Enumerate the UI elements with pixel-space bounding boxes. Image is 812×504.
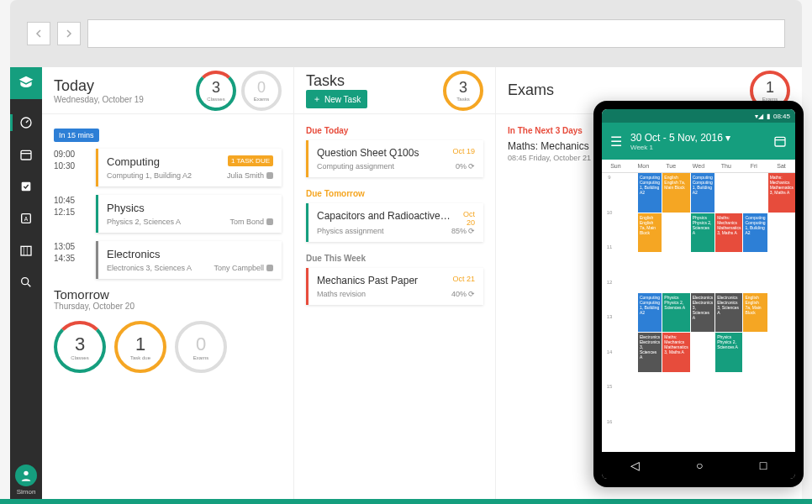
class-time: 09:0010:30 bbox=[54, 149, 87, 186]
calendar-event[interactable]: Maths: Mechanics Mathematics 3, Maths A bbox=[715, 213, 742, 253]
day-header-cell: Sat bbox=[767, 163, 795, 169]
svg-rect-12 bbox=[775, 137, 785, 146]
calendar-event[interactable]: English English 7a, Main Block bbox=[662, 173, 689, 213]
calendar-cell: Maths: Mechanics Mathematics 3, Maths A bbox=[715, 213, 742, 253]
new-task-button[interactable]: ＋ New Task bbox=[306, 90, 367, 108]
svg-point-9 bbox=[22, 278, 29, 285]
calendar-grid[interactable]: Computing Computing 1, Building A2Englis… bbox=[617, 173, 795, 452]
calendar-cell bbox=[662, 253, 689, 292]
week-range[interactable]: 30 Oct - 5 Nov, 2016 bbox=[630, 132, 723, 144]
class-card[interactable]: Electronics Electronics 3, Sciences A To… bbox=[96, 241, 282, 279]
class-row[interactable]: 10:4512:15 Physics Physics 2, Sciences A… bbox=[54, 195, 282, 233]
tomorrow-date: Thursday, October 20 bbox=[54, 302, 282, 311]
task-card[interactable]: Mechanics Past Paper Oct 21 Maths revisi… bbox=[306, 268, 483, 305]
calendar-event[interactable]: English English 7a, Main Block bbox=[638, 213, 662, 253]
task-card[interactable]: Question Sheet Q100s Oct 19 Computing as… bbox=[306, 140, 483, 177]
calendar-event[interactable]: Computing Computing 1, Building A2 bbox=[638, 293, 662, 333]
android-home-icon[interactable]: ○ bbox=[696, 459, 703, 472]
teacher-icon bbox=[266, 218, 273, 225]
svg-rect-3 bbox=[22, 182, 31, 192]
calendar-event[interactable]: Physics Physics 2, Sciences A bbox=[662, 293, 689, 333]
calendar-event[interactable]: Physics Physics 2, Sciences A bbox=[691, 213, 714, 253]
sidebar-dashboard-icon[interactable] bbox=[18, 114, 34, 131]
calendar-cell bbox=[691, 412, 714, 452]
calendar-cell: English English 7a, Main Block bbox=[743, 293, 767, 333]
plus-icon: ＋ bbox=[313, 93, 321, 105]
sidebar-schedule-icon[interactable] bbox=[18, 242, 34, 259]
calendar-cell bbox=[715, 173, 742, 213]
app-logo bbox=[10, 67, 42, 99]
nav-forward-button[interactable] bbox=[57, 22, 81, 45]
day-header-cell: Sun bbox=[602, 163, 630, 169]
android-back-icon[interactable]: ◁ bbox=[630, 459, 640, 472]
hour-label: 10 bbox=[602, 208, 617, 244]
calendar-cell bbox=[617, 412, 637, 452]
user-avatar[interactable]: Simon bbox=[15, 465, 37, 496]
calendar-icon[interactable] bbox=[773, 134, 787, 148]
calendar-cell bbox=[743, 253, 767, 292]
calendar-event[interactable]: English English 7a, Main Block bbox=[743, 293, 767, 333]
today-date: Wednesday, October 19 bbox=[54, 95, 144, 104]
class-card[interactable]: Physics Physics 2, Sciences A Tom Bond bbox=[96, 195, 282, 233]
task-due-badge: 1 TASK DUE bbox=[228, 155, 273, 166]
calendar-cell bbox=[617, 293, 637, 333]
hour-label: 9 bbox=[602, 173, 617, 208]
task-pct: 85% bbox=[451, 227, 467, 235]
class-row[interactable]: 09:0010:30 1 TASK DUE Computing Computin… bbox=[54, 149, 282, 186]
hour-label: 14 bbox=[602, 348, 617, 383]
task-sub: Maths revision bbox=[317, 290, 366, 298]
task-date: Oct 20 bbox=[453, 210, 475, 227]
class-time: 10:4512:15 bbox=[54, 195, 87, 233]
calendar-cell bbox=[743, 173, 767, 213]
calendar-event[interactable]: Computing Computing 1, Building A2 bbox=[743, 213, 767, 253]
calendar-event[interactable]: Electronics Electronics 3, Sciences A bbox=[715, 293, 742, 333]
tasks-title: Tasks bbox=[306, 72, 367, 90]
svg-point-11 bbox=[24, 471, 28, 475]
sidebar-calendar-icon[interactable] bbox=[18, 146, 34, 163]
exams-title: Exams bbox=[508, 81, 554, 99]
class-row[interactable]: 13:0514:35 Electronics Electronics 3, Sc… bbox=[54, 241, 282, 279]
calendar-event[interactable]: Maths: Mechanics Mathematics 3, Maths A bbox=[662, 333, 689, 372]
android-recent-icon[interactable]: □ bbox=[760, 459, 767, 472]
calendar-cell bbox=[617, 333, 637, 372]
today-classes-ring: 3 Classes bbox=[196, 71, 236, 111]
battery-icon: ▮ bbox=[767, 113, 770, 120]
calendar-event[interactable]: Electronics Electronics 3, Sciences A bbox=[638, 333, 662, 372]
task-title: Question Sheet Q100s bbox=[317, 147, 419, 159]
today-title: Today bbox=[54, 77, 144, 95]
day-header-cell: Wed bbox=[685, 163, 713, 169]
task-date: Oct 21 bbox=[452, 275, 475, 283]
calendar-cell bbox=[768, 293, 795, 333]
nav-back-button[interactable] bbox=[27, 22, 50, 45]
sidebar-exams-icon[interactable]: A bbox=[18, 210, 34, 227]
hour-label: 11 bbox=[602, 243, 617, 278]
calendar-cell: Physics Physics 2, Sciences A bbox=[691, 213, 714, 253]
tomorrow-title: Tomorrow bbox=[54, 287, 282, 302]
url-bar[interactable] bbox=[87, 19, 785, 48]
sidebar-tasks-icon[interactable] bbox=[18, 178, 34, 195]
calendar-cell bbox=[638, 373, 662, 412]
task-title: Mechanics Past Paper bbox=[317, 275, 418, 286]
svg-rect-6 bbox=[21, 246, 31, 255]
tomorrow-classes-ring: 3 Classes bbox=[54, 321, 106, 373]
sidebar-search-icon[interactable] bbox=[18, 274, 34, 291]
class-teacher: Tony Campbell bbox=[214, 264, 273, 272]
calendar-event[interactable]: Maths: Mechanics Mathematics 3, Maths A bbox=[768, 173, 795, 213]
calendar-event[interactable]: Electronics Electronics 3, Sciences A bbox=[691, 293, 714, 333]
browser-frame bbox=[10, 0, 802, 67]
task-card[interactable]: Capacitors and Radioactive De Oct 20 Phy… bbox=[306, 203, 483, 242]
calendar-cell bbox=[715, 373, 742, 412]
calendar-cell: Maths: Mechanics Mathematics 3, Maths A bbox=[768, 173, 795, 213]
calendar-cell bbox=[691, 253, 714, 292]
menu-icon[interactable]: ☰ bbox=[610, 134, 622, 150]
calendar-event[interactable]: Computing Computing 1, Building A2 bbox=[691, 173, 714, 213]
svg-rect-1 bbox=[21, 150, 31, 160]
class-card[interactable]: 1 TASK DUE Computing Computing 1, Buildi… bbox=[96, 149, 282, 186]
android-nav-bar: ◁ ○ □ bbox=[602, 452, 795, 479]
day-header-cell: Thu bbox=[712, 163, 740, 169]
calendar-event[interactable]: Physics Physics 2, Sciences A bbox=[715, 333, 742, 372]
class-name: Physics bbox=[107, 202, 273, 214]
calendar-event[interactable]: Computing Computing 1, Building A2 bbox=[638, 173, 662, 213]
calendar-cell: English English 7a, Main Block bbox=[662, 173, 689, 213]
calendar-cell: Maths: Mechanics Mathematics 3, Maths A bbox=[662, 333, 689, 372]
